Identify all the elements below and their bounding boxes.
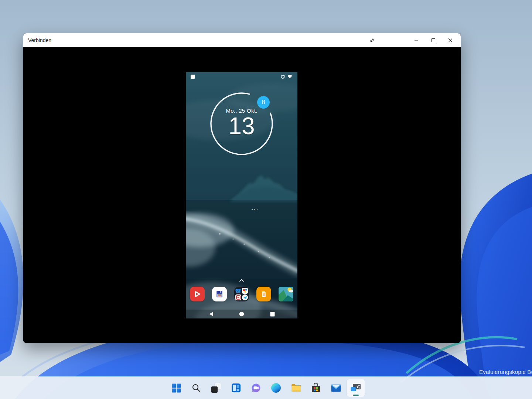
connect-app-button[interactable]	[347, 379, 365, 397]
edge-icon	[271, 383, 281, 393]
dock-app-documents[interactable]	[256, 287, 271, 301]
android-recents-button[interactable]	[267, 310, 278, 318]
chevron-up-icon	[239, 279, 244, 282]
widgets-icon	[231, 383, 241, 393]
android-back-button[interactable]	[205, 310, 216, 318]
dock-app-backup[interactable]	[212, 287, 227, 301]
chat-button[interactable]	[247, 379, 265, 397]
red-app-icon	[235, 294, 241, 300]
floppy-icon	[212, 287, 227, 301]
gallery-icon	[279, 287, 293, 301]
widgets-button[interactable]	[227, 379, 245, 397]
phone-app-icon: ☎	[235, 288, 241, 294]
home-icon	[239, 311, 244, 317]
close-icon	[448, 38, 453, 42]
titlebar[interactable]: Verbinden	[23, 33, 461, 47]
phone-status-bar	[186, 72, 297, 81]
app-folder-icon: ☎	[234, 287, 249, 301]
newpipe-icon	[190, 287, 205, 301]
store-icon	[311, 383, 320, 393]
notification-icon	[191, 75, 195, 79]
store-button[interactable]	[307, 379, 325, 397]
maximize-button[interactable]	[425, 33, 442, 47]
clock-minute-badge: 8	[257, 96, 270, 109]
running-indicator	[353, 395, 359, 396]
minimize-icon	[414, 38, 419, 42]
phone-screen[interactable]: Mo., 25 Okt. 13 8	[186, 72, 297, 318]
start-button[interactable]	[167, 379, 185, 397]
clock-widget[interactable]: Mo., 25 Okt. 13 8	[201, 83, 282, 164]
mail-button[interactable]	[327, 379, 345, 397]
resize-expand-button[interactable]	[364, 33, 381, 47]
wifi-icon	[287, 74, 293, 79]
search-icon	[192, 383, 201, 392]
connect-wireless-display-icon	[351, 383, 361, 393]
task-view-button[interactable]	[207, 379, 225, 397]
close-button[interactable]	[442, 33, 459, 47]
titlebar-spacer	[381, 33, 408, 47]
dock-app-gallery[interactable]	[279, 287, 293, 301]
alarm-icon	[280, 74, 285, 79]
file-explorer-button[interactable]	[287, 379, 305, 397]
mail-icon	[331, 384, 341, 392]
maximize-icon	[431, 38, 436, 42]
clock-hour: 13	[201, 112, 282, 140]
back-icon	[209, 311, 214, 317]
android-home-button[interactable]	[236, 310, 247, 318]
search-button[interactable]	[187, 379, 205, 397]
screen-mirror-area: Mo., 25 Okt. 13 8	[23, 47, 461, 343]
evaluation-watermark: Evaluierungskopie Bui	[479, 369, 532, 375]
telegram-icon	[242, 294, 248, 300]
documents-icon	[256, 287, 271, 301]
file-explorer-icon	[291, 383, 301, 392]
dock-app-newpipe[interactable]	[190, 287, 205, 301]
taskbar	[0, 376, 532, 399]
window-title: Verbinden	[23, 37, 364, 43]
app-drawer-chevron[interactable]	[186, 279, 297, 282]
minimize-button[interactable]	[408, 33, 425, 47]
chat-icon	[251, 383, 261, 393]
app-cluster-icon	[242, 288, 248, 294]
dock-folder-communication[interactable]: ☎	[234, 287, 249, 301]
task-view-icon	[211, 383, 221, 393]
taskbar-icons	[167, 379, 365, 397]
android-navbar	[186, 310, 297, 318]
resize-expand-icon	[369, 37, 375, 43]
recents-icon	[270, 312, 275, 317]
connect-window: Verbinden	[23, 33, 461, 343]
edge-button[interactable]	[267, 379, 285, 397]
windows-start-icon	[172, 383, 181, 393]
phone-dock: ☎	[186, 287, 297, 301]
